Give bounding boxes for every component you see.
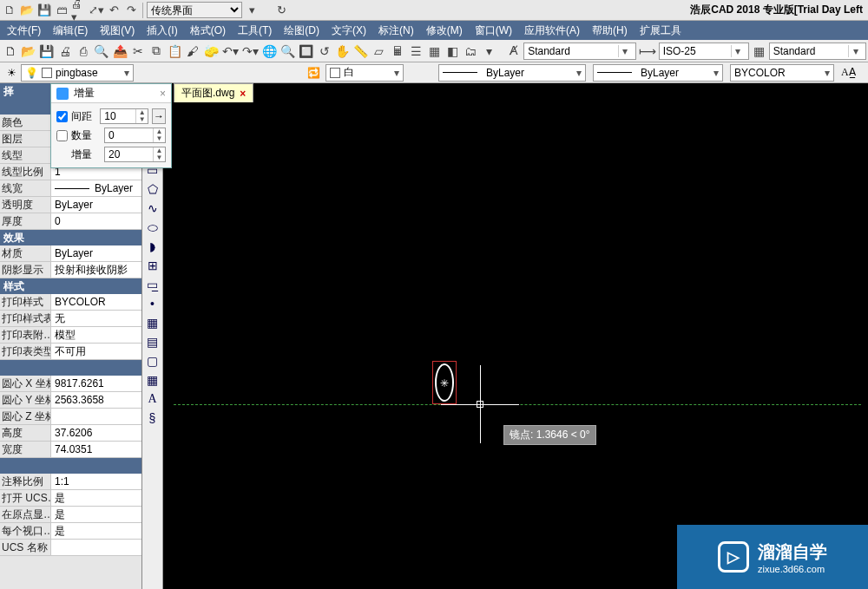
hatch-icon[interactable]: ▦ xyxy=(144,314,161,331)
publish-icon[interactable]: 📤 xyxy=(111,42,128,61)
prop-row[interactable]: 阴影显示投射和接收阴影 xyxy=(0,262,141,278)
dim-style-combo[interactable]: ISO-25 ▾ xyxy=(659,43,749,60)
prop-row[interactable]: 厚度0 xyxy=(0,213,141,230)
redo-icon[interactable]: ↷ xyxy=(123,3,139,18)
prop-row[interactable]: 打开 UCS…是 xyxy=(0,490,141,507)
menu-h[interactable]: 帮助(H) xyxy=(592,23,628,38)
spacing-apply-button[interactable]: → xyxy=(152,108,166,124)
prop-value[interactable]: 是 xyxy=(50,490,141,506)
spinner-down-icon[interactable]: ▼ xyxy=(136,116,148,123)
close-tab-icon[interactable]: × xyxy=(240,88,246,100)
prop-value[interactable]: 9817.6261 xyxy=(50,376,141,391)
prop-value[interactable]: 74.0351 xyxy=(50,442,141,457)
menu-v[interactable]: 视图(V) xyxy=(100,23,135,38)
count-checkbox[interactable] xyxy=(56,130,68,141)
table-style-combo[interactable]: Standard ▾ xyxy=(769,43,866,60)
prop-row[interactable]: 线宽ByLayer xyxy=(0,180,141,197)
point-icon[interactable]: • xyxy=(144,295,161,312)
sheetset-icon[interactable]: 🗂 xyxy=(463,42,479,61)
ellipsearc-icon[interactable]: ◗ xyxy=(144,238,161,255)
dim-style-icon[interactable]: ⟼ xyxy=(638,42,657,61)
menu-d[interactable]: 绘图(D) xyxy=(284,23,319,38)
prop-row[interactable]: 圆心 Z 坐标 xyxy=(0,409,141,425)
prop-row[interactable]: 注释比例1:1 xyxy=(0,474,141,490)
prop-row[interactable]: UCS 名称 xyxy=(0,540,141,556)
spacing-spinner[interactable]: ▲▼ xyxy=(100,108,148,124)
prop-value[interactable]: ByLayer xyxy=(50,197,141,213)
ellipse-icon[interactable]: ⬭ xyxy=(144,219,161,236)
prop-value[interactable]: 1:1 xyxy=(50,474,141,489)
dist-icon[interactable]: 📏 xyxy=(352,42,369,61)
helix-icon[interactable]: § xyxy=(144,409,161,427)
prop-row[interactable]: 高度37.6206 xyxy=(0,425,141,442)
designcenter-icon[interactable]: ▦ xyxy=(426,42,443,61)
layer-prev-icon[interactable]: 🔁 xyxy=(307,67,320,79)
increment-dialog[interactable]: 增量 × 间距 ▲▼ → 数量 ▲▼ 增量 ▲▼ xyxy=(50,83,172,168)
prop-row[interactable]: 材质ByLayer xyxy=(0,245,141,262)
prop-row[interactable]: 打印样式表无 xyxy=(0,311,141,327)
count-input[interactable] xyxy=(105,128,153,142)
mtext-icon[interactable]: A xyxy=(144,390,161,408)
saveall-icon[interactable]: 🗃 xyxy=(54,3,69,18)
prop-row[interactable]: 打印表附…模型 xyxy=(0,327,141,344)
undo-icon[interactable]: ↶ xyxy=(106,3,122,18)
toolpalette-icon[interactable]: ◧ xyxy=(444,42,461,61)
prop-value[interactable]: ByLayer xyxy=(50,180,141,196)
close-dialog-icon[interactable]: × xyxy=(160,88,166,100)
eraser-icon[interactable]: 🧽 xyxy=(203,42,220,61)
zoom-prev-icon[interactable]: ↺ xyxy=(316,42,332,61)
prop-value[interactable]: 投射和接收阴影 xyxy=(50,262,141,278)
prop-row[interactable]: 宽度74.0351 xyxy=(0,442,141,458)
layer-mgr-icon[interactable]: ☀ xyxy=(2,67,21,79)
open-icon[interactable]: 📂 xyxy=(19,3,35,18)
pan-icon[interactable]: ✋ xyxy=(334,42,351,61)
prop-value[interactable]: 是 xyxy=(50,507,141,522)
plot-preview-icon[interactable]: ⤢▾ xyxy=(89,3,104,18)
increment-titlebar[interactable]: 增量 × xyxy=(51,84,171,103)
prop-value[interactable]: 无 xyxy=(50,311,141,326)
preview-icon[interactable]: 🔍 xyxy=(93,42,109,61)
plot-icon[interactable]: ⎙ xyxy=(75,42,91,61)
redo-icon2[interactable]: ↷▾ xyxy=(241,42,260,61)
prop-value[interactable]: 是 xyxy=(50,523,141,539)
prop-row[interactable]: 在原点显…是 xyxy=(0,507,141,523)
area-icon[interactable]: ▱ xyxy=(371,42,387,61)
cut-icon[interactable]: ✂ xyxy=(130,42,147,61)
color-combo[interactable]: 白 ▾ xyxy=(326,64,404,82)
spinner-down-icon[interactable]: ▼ xyxy=(154,154,165,161)
menu-o[interactable]: 格式(O) xyxy=(190,23,226,38)
inc-spinner[interactable]: ▲▼ xyxy=(104,147,166,162)
menu-e[interactable]: 编辑(E) xyxy=(53,23,88,38)
new-file-icon[interactable]: 🗋 xyxy=(2,42,18,61)
menu-w[interactable]: 窗口(W) xyxy=(475,23,512,38)
region-icon[interactable]: ▢ xyxy=(144,352,161,370)
menu-i[interactable]: 插入(I) xyxy=(147,23,177,38)
refresh-icon[interactable]: ↻ xyxy=(273,3,289,18)
count-spinner[interactable]: ▲▼ xyxy=(104,128,166,143)
prop-row[interactable]: 打印表类型不可用 xyxy=(0,344,141,360)
prop-value[interactable]: ByLayer xyxy=(50,245,141,261)
properties-icon[interactable]: ☰ xyxy=(408,42,424,61)
spinner-down-icon[interactable]: ▼ xyxy=(154,135,165,142)
prop-value[interactable] xyxy=(50,409,141,424)
zoom-window-icon[interactable]: 🔲 xyxy=(298,42,314,61)
spline-icon[interactable]: ∿ xyxy=(144,200,161,217)
prop-row[interactable]: 打印样式BYCOLOR xyxy=(0,294,141,311)
table-icon[interactable]: ▦ xyxy=(144,371,161,389)
zoom-realtime-icon[interactable]: 🔍 xyxy=(279,42,296,61)
polygon-icon[interactable]: ⬠ xyxy=(144,180,161,198)
prop-row[interactable]: 圆心 Y 坐标2563.3658 xyxy=(0,392,141,409)
hyperlink-icon[interactable]: 🌐 xyxy=(261,42,278,61)
lineweight-combo[interactable]: ByLayer ▾ xyxy=(593,64,723,82)
new-icon[interactable]: 🗋 xyxy=(2,3,17,18)
layer-combo[interactable]: 💡 pingbase ▾ xyxy=(21,64,134,82)
copy-icon[interactable]: ⧉ xyxy=(148,42,165,61)
insert-block-icon[interactable]: ⊞ xyxy=(144,257,161,274)
prop-row[interactable]: 透明度ByLayer xyxy=(0,197,141,213)
plotstyle-combo[interactable]: BYCOLOR ▾ xyxy=(730,64,834,82)
qcalc-icon[interactable]: 🖩 xyxy=(389,42,405,61)
spacing-checkbox[interactable] xyxy=(56,111,68,122)
ui-style-select[interactable]: 传统界面 xyxy=(147,2,242,18)
menu-m[interactable]: 修改(M) xyxy=(426,23,463,38)
prop-value[interactable]: 不可用 xyxy=(50,344,141,359)
